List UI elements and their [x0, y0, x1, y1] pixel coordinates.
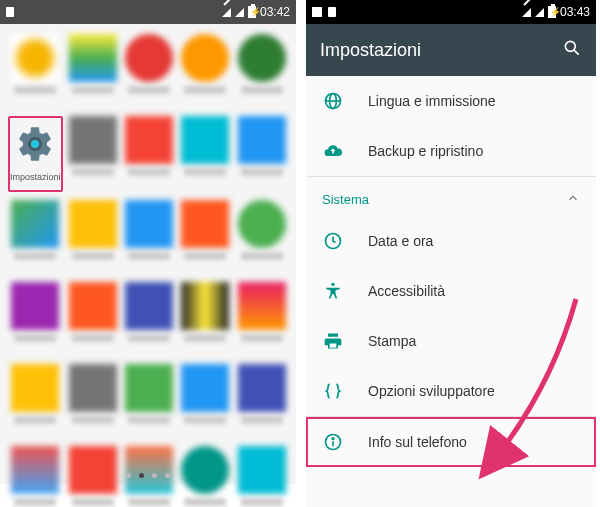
globe-icon	[322, 90, 344, 112]
usb-icon	[328, 7, 336, 17]
settings-item-label: Info sul telefono	[368, 434, 467, 450]
app-icon[interactable]	[179, 282, 231, 356]
chevron-up-icon	[566, 191, 580, 208]
app-icon[interactable]	[179, 200, 231, 274]
app-icon[interactable]	[8, 364, 63, 438]
app-icon[interactable]	[236, 364, 288, 438]
settings-list: Lingua e immissione Backup e ripristino …	[306, 76, 596, 507]
settings-item-print[interactable]: Stampa	[306, 316, 596, 366]
gear-icon	[11, 120, 59, 168]
settings-item-accessibility[interactable]: Accessibilità	[306, 266, 596, 316]
no-signal-icon	[222, 8, 231, 17]
app-icon[interactable]	[67, 282, 119, 356]
settings-item-label: Opzioni sviluppatore	[368, 383, 495, 399]
signal-icon	[535, 8, 544, 17]
clock-icon	[322, 230, 344, 252]
search-icon[interactable]	[562, 38, 582, 63]
app-icon[interactable]	[236, 116, 288, 190]
no-signal-icon	[522, 8, 531, 17]
status-bar: ⚡ 03:43	[306, 0, 596, 24]
app-icon[interactable]	[67, 116, 119, 190]
status-bar: ⚡ 03:42	[0, 0, 296, 24]
app-icon[interactable]	[8, 282, 63, 356]
accessibility-icon	[322, 280, 344, 302]
app-drawer[interactable]: Impostazioni	[0, 24, 296, 484]
app-icon[interactable]	[179, 34, 231, 108]
app-settings-label: Impostazioni	[10, 172, 61, 182]
svg-point-12	[332, 438, 334, 440]
app-icon[interactable]	[123, 116, 175, 190]
app-icon[interactable]	[179, 364, 231, 438]
print-icon	[322, 330, 344, 352]
page-indicator	[0, 473, 296, 478]
app-icon[interactable]	[123, 282, 175, 356]
svg-point-1	[31, 140, 39, 148]
braces-icon	[322, 380, 344, 402]
app-icon[interactable]	[67, 34, 119, 108]
app-icon[interactable]	[123, 34, 175, 108]
app-icon[interactable]	[123, 364, 175, 438]
page-title: Impostazioni	[320, 40, 421, 61]
app-icon[interactable]	[236, 282, 288, 356]
cloud-up-icon	[322, 140, 344, 162]
section-label: Sistema	[322, 192, 369, 207]
phone-left-app-drawer: ⚡ 03:42 Impostazioni	[0, 0, 296, 507]
info-icon	[322, 431, 344, 453]
settings-item-developer[interactable]: Opzioni sviluppatore	[306, 366, 596, 416]
app-icon[interactable]	[8, 34, 63, 108]
app-bar: Impostazioni	[306, 24, 596, 76]
app-icon[interactable]	[67, 200, 119, 274]
settings-item-about-phone[interactable]: Info sul telefono	[306, 417, 596, 467]
battery-icon: ⚡	[248, 6, 256, 18]
app-settings[interactable]: Impostazioni	[8, 116, 63, 192]
clock-text: 03:42	[260, 5, 290, 19]
clock-text: 03:43	[560, 5, 590, 19]
app-icon[interactable]	[67, 364, 119, 438]
settings-item-label: Accessibilità	[368, 283, 445, 299]
svg-point-2	[565, 41, 575, 51]
phone-right-settings: ⚡ 03:43 Impostazioni Lingua e immissione…	[306, 0, 596, 507]
app-icon[interactable]	[236, 200, 288, 274]
settings-item-label: Data e ora	[368, 233, 433, 249]
app-icon[interactable]	[123, 200, 175, 274]
svg-line-3	[574, 50, 579, 55]
settings-item-language[interactable]: Lingua e immissione	[306, 76, 596, 126]
app-icon[interactable]	[8, 200, 63, 274]
app-icon[interactable]	[179, 116, 231, 190]
section-header-system[interactable]: Sistema	[306, 177, 596, 216]
screenshot-icon	[312, 7, 322, 17]
signal-icon	[235, 8, 244, 17]
usb-icon	[6, 7, 14, 17]
svg-rect-9	[330, 344, 337, 348]
svg-point-8	[331, 283, 334, 286]
battery-icon: ⚡	[548, 6, 556, 18]
settings-item-label: Stampa	[368, 333, 416, 349]
settings-item-label: Lingua e immissione	[368, 93, 496, 109]
settings-item-datetime[interactable]: Data e ora	[306, 216, 596, 266]
settings-item-backup[interactable]: Backup e ripristino	[306, 126, 596, 176]
settings-item-label: Backup e ripristino	[368, 143, 483, 159]
app-icon[interactable]	[236, 34, 288, 108]
